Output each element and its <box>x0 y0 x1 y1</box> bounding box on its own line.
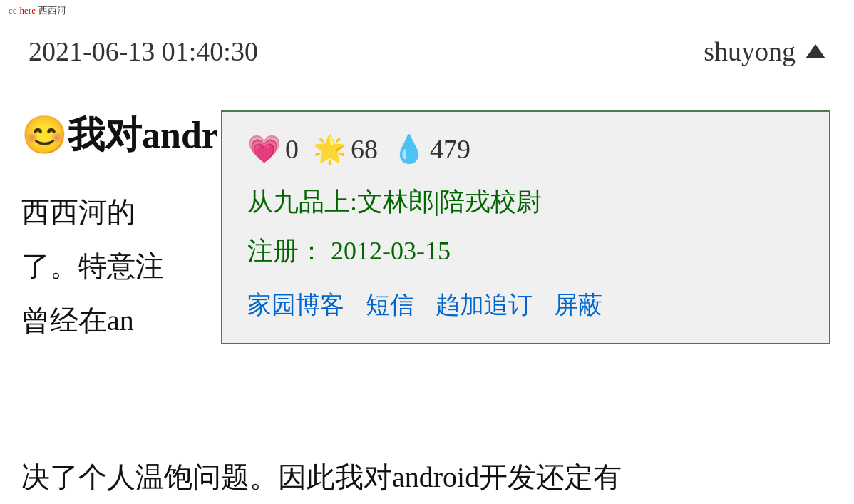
here-label: here <box>20 5 36 16</box>
subscribe-link[interactable]: 趋加追订 <box>436 289 533 322</box>
post-datetime: 2021-06-13 01:40:30 <box>29 36 258 67</box>
cc-label: cc <box>9 5 17 16</box>
popup-rank: 从九品上:文林郎|陪戎校尉 <box>247 185 804 220</box>
register-label: 注册： <box>247 237 324 265</box>
heart-emoji: 💗 <box>247 133 281 165</box>
blog-link[interactable]: 家园博客 <box>247 289 344 322</box>
heart-count: 0 <box>285 133 299 165</box>
message-link[interactable]: 短信 <box>366 289 414 322</box>
post-line-last: 决了个人温饱问题。因此我对android开发还定有 <box>21 458 622 497</box>
star-count: 68 <box>351 133 378 165</box>
popup-stats-row: 💗 0 🌟 68 💧 479 <box>247 133 804 165</box>
top-bar: cc here 西西河 <box>0 0 854 21</box>
arrow-up-icon[interactable] <box>806 44 825 58</box>
drop-stat: 💧 479 <box>392 133 470 165</box>
popup-actions-row: 家园博客 短信 趋加追订 屏蔽 <box>247 289 804 322</box>
star-stat: 🌟 68 <box>313 133 378 165</box>
post-header: 2021-06-13 01:40:30 shuyong <box>0 36 854 67</box>
heart-stat: 💗 0 <box>247 133 299 165</box>
username-text: shuyong <box>704 36 796 67</box>
username-area: shuyong <box>704 36 825 67</box>
drop-emoji: 💧 <box>392 133 426 165</box>
popup-register: 注册： 2012-03-15 <box>247 234 804 269</box>
site-name: 西西河 <box>38 4 66 17</box>
register-date: 2012-03-15 <box>331 237 451 265</box>
drop-count: 479 <box>430 133 470 165</box>
block-link[interactable]: 屏蔽 <box>554 289 602 322</box>
star-emoji: 🌟 <box>313 133 346 165</box>
user-info-popup: 💗 0 🌟 68 💧 479 从九品上:文林郎|陪戎校尉 注册： 2012-03… <box>221 110 830 344</box>
